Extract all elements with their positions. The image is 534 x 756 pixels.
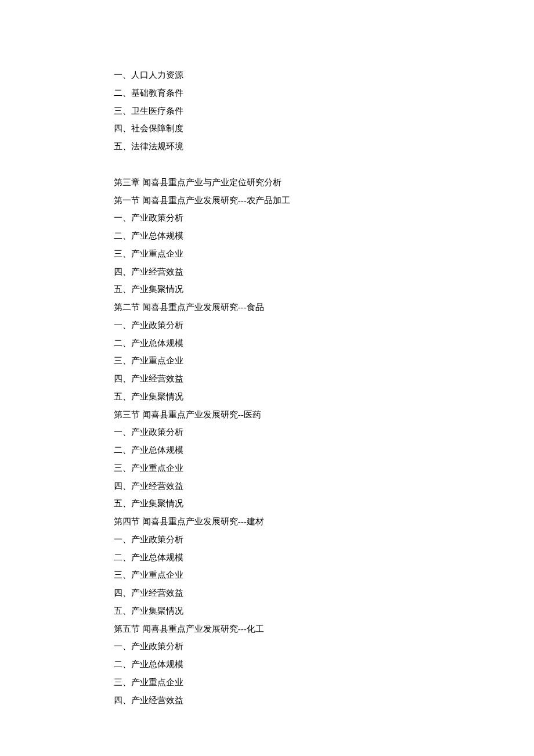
toc-line: 五、产业集聚情况 <box>114 388 435 406</box>
toc-line: 三、产业重点企业 <box>114 674 435 692</box>
toc-line: 第四节 闻喜县重点产业发展研究---建材 <box>114 513 435 531</box>
toc-line: 二、基础教育条件 <box>114 84 435 102</box>
toc-line: 第一节 闻喜县重点产业发展研究---农产品加工 <box>114 192 435 210</box>
toc-line: 二、产业总体规模 <box>114 334 435 352</box>
toc-line: 四、产业经营效益 <box>114 584 435 602</box>
toc-line: 一、产业政策分析 <box>114 531 435 549</box>
toc-line: 四、社会保障制度 <box>114 120 435 138</box>
toc-line: 二、产业总体规模 <box>114 656 435 674</box>
toc-line: 第三节 闻喜县重点产业发展研究--医药 <box>114 406 435 424</box>
toc-container: 一、人口人力资源二、基础教育条件三、卫生医疗条件四、社会保障制度五、法律法规环境… <box>114 66 435 709</box>
toc-line: 二、产业总体规模 <box>114 441 435 459</box>
toc-line: 三、卫生医疗条件 <box>114 102 435 120</box>
toc-line: 四、产业经营效益 <box>114 477 435 495</box>
toc-line: 四、产业经营效益 <box>114 692 435 710</box>
toc-line: 四、产业经营效益 <box>114 370 435 388</box>
toc-line: 二、产业总体规模 <box>114 549 435 567</box>
toc-line: 五、法律法规环境 <box>114 138 435 156</box>
toc-line: 第二节 闻喜县重点产业发展研究---食品 <box>114 298 435 316</box>
toc-line: 一、产业政策分析 <box>114 423 435 441</box>
toc-line: 第三章 闻喜县重点产业与产业定位研究分析 <box>114 174 435 192</box>
toc-line: 四、产业经营效益 <box>114 263 435 281</box>
toc-line: 第五节 闻喜县重点产业发展研究---化工 <box>114 620 435 638</box>
toc-line: 三、产业重点企业 <box>114 245 435 263</box>
toc-line: 一、产业政策分析 <box>114 638 435 656</box>
toc-line: 二、产业总体规模 <box>114 227 435 245</box>
toc-line: 一、产业政策分析 <box>114 316 435 334</box>
toc-line: 三、产业重点企业 <box>114 566 435 584</box>
blank-line <box>114 156 435 174</box>
toc-line: 五、产业集聚情况 <box>114 280 435 298</box>
toc-line: 一、产业政策分析 <box>114 209 435 227</box>
toc-line: 一、人口人力资源 <box>114 66 435 84</box>
toc-line: 五、产业集聚情况 <box>114 602 435 620</box>
toc-line: 三、产业重点企业 <box>114 459 435 477</box>
toc-line: 五、产业集聚情况 <box>114 495 435 513</box>
toc-line: 三、产业重点企业 <box>114 352 435 370</box>
